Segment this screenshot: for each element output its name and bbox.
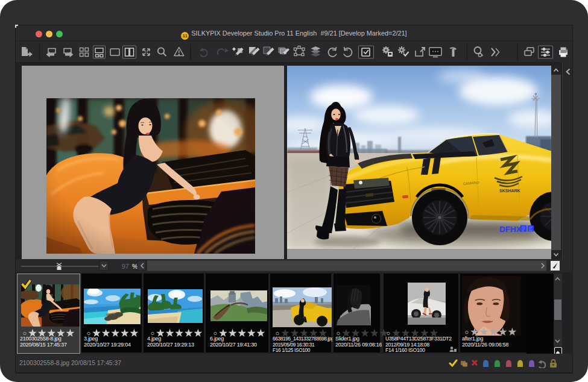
svg-text:97: 97 <box>122 263 129 270</box>
svg-text:DFHX: DFHX <box>499 225 522 234</box>
svg-text:SKSHARK: SKSHARK <box>499 189 520 193</box>
